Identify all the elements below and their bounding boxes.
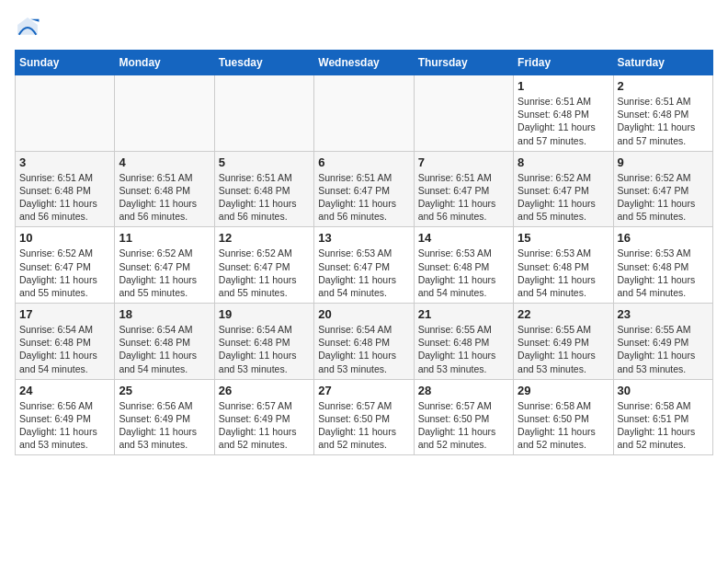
calendar-cell: 8Sunrise: 6:52 AM Sunset: 6:47 PM Daylig… [514, 151, 613, 227]
day-number: 1 [518, 79, 609, 93]
day-number: 4 [119, 155, 210, 169]
week-row-2: 3Sunrise: 6:51 AM Sunset: 6:48 PM Daylig… [16, 151, 713, 227]
week-row-4: 17Sunrise: 6:54 AM Sunset: 6:48 PM Dayli… [16, 304, 713, 380]
day-number: 27 [318, 384, 409, 397]
header-day-tuesday: Tuesday [214, 51, 313, 75]
day-info: Sunrise: 6:53 AM Sunset: 6:47 PM Dayligh… [318, 247, 409, 299]
day-info: Sunrise: 6:57 AM Sunset: 6:50 PM Dayligh… [318, 399, 409, 452]
calendar-cell: 15Sunrise: 6:53 AM Sunset: 6:48 PM Dayli… [514, 227, 613, 304]
calendar-cell: 23Sunrise: 6:55 AM Sunset: 6:49 PM Dayli… [613, 304, 712, 380]
calendar-cell: 4Sunrise: 6:51 AM Sunset: 6:48 PM Daylig… [115, 151, 214, 227]
day-info: Sunrise: 6:52 AM Sunset: 6:47 PM Dayligh… [219, 247, 310, 299]
day-number: 8 [518, 155, 609, 169]
calendar-cell [16, 75, 115, 152]
week-row-5: 24Sunrise: 6:56 AM Sunset: 6:49 PM Dayli… [16, 379, 713, 455]
calendar-cell: 11Sunrise: 6:52 AM Sunset: 6:47 PM Dayli… [115, 227, 214, 304]
day-info: Sunrise: 6:52 AM Sunset: 6:47 PM Dayligh… [518, 171, 609, 224]
day-info: Sunrise: 6:53 AM Sunset: 6:48 PM Dayligh… [418, 247, 509, 299]
calendar-cell: 12Sunrise: 6:52 AM Sunset: 6:47 PM Dayli… [214, 227, 313, 304]
day-info: Sunrise: 6:55 AM Sunset: 6:48 PM Dayligh… [418, 323, 509, 375]
day-info: Sunrise: 6:54 AM Sunset: 6:48 PM Dayligh… [19, 323, 110, 375]
header-row: SundayMondayTuesdayWednesdayThursdayFrid… [16, 51, 713, 75]
day-number: 17 [19, 307, 110, 321]
calendar-cell [214, 75, 313, 152]
day-number: 10 [19, 231, 110, 245]
calendar-cell: 24Sunrise: 6:56 AM Sunset: 6:49 PM Dayli… [16, 379, 115, 455]
calendar-cell: 30Sunrise: 6:58 AM Sunset: 6:51 PM Dayli… [613, 379, 712, 455]
day-info: Sunrise: 6:52 AM Sunset: 6:47 PM Dayligh… [618, 171, 709, 224]
day-info: Sunrise: 6:55 AM Sunset: 6:49 PM Dayligh… [618, 323, 709, 375]
calendar-cell: 10Sunrise: 6:52 AM Sunset: 6:47 PM Dayli… [16, 227, 115, 304]
day-number: 29 [518, 384, 609, 397]
day-number: 7 [418, 155, 509, 169]
day-number: 25 [119, 384, 210, 397]
day-number: 19 [219, 307, 310, 321]
day-info: Sunrise: 6:55 AM Sunset: 6:49 PM Dayligh… [518, 323, 609, 375]
day-info: Sunrise: 6:51 AM Sunset: 6:48 PM Dayligh… [618, 95, 709, 147]
day-number: 21 [418, 307, 509, 321]
day-number: 22 [518, 307, 609, 321]
page-header [15, 15, 713, 40]
calendar-cell: 14Sunrise: 6:53 AM Sunset: 6:48 PM Dayli… [414, 227, 513, 304]
header-day-friday: Friday [514, 51, 613, 75]
day-number: 23 [618, 307, 709, 321]
week-row-3: 10Sunrise: 6:52 AM Sunset: 6:47 PM Dayli… [16, 227, 713, 304]
day-number: 15 [518, 231, 609, 245]
day-info: Sunrise: 6:54 AM Sunset: 6:48 PM Dayligh… [219, 323, 310, 375]
day-info: Sunrise: 6:56 AM Sunset: 6:49 PM Dayligh… [119, 399, 210, 452]
calendar-cell: 21Sunrise: 6:55 AM Sunset: 6:48 PM Dayli… [414, 304, 513, 380]
header-day-monday: Monday [115, 51, 214, 75]
day-number: 11 [119, 231, 210, 245]
day-info: Sunrise: 6:58 AM Sunset: 6:50 PM Dayligh… [518, 399, 609, 452]
day-info: Sunrise: 6:51 AM Sunset: 6:48 PM Dayligh… [119, 171, 210, 224]
generalblue-logo-icon [15, 15, 40, 40]
day-info: Sunrise: 6:51 AM Sunset: 6:48 PM Dayligh… [19, 171, 110, 224]
calendar-cell: 22Sunrise: 6:55 AM Sunset: 6:49 PM Dayli… [514, 304, 613, 380]
day-number: 12 [219, 231, 310, 245]
week-row-1: 1Sunrise: 6:51 AM Sunset: 6:48 PM Daylig… [16, 75, 713, 152]
day-number: 2 [618, 79, 709, 93]
calendar-cell: 26Sunrise: 6:57 AM Sunset: 6:49 PM Dayli… [214, 379, 313, 455]
day-info: Sunrise: 6:53 AM Sunset: 6:48 PM Dayligh… [618, 247, 709, 299]
day-number: 14 [418, 231, 509, 245]
header-day-wednesday: Wednesday [314, 51, 414, 75]
calendar-cell: 20Sunrise: 6:54 AM Sunset: 6:48 PM Dayli… [314, 304, 414, 380]
day-info: Sunrise: 6:52 AM Sunset: 6:47 PM Dayligh… [119, 247, 210, 299]
calendar-body: 1Sunrise: 6:51 AM Sunset: 6:48 PM Daylig… [16, 75, 713, 455]
calendar-cell: 29Sunrise: 6:58 AM Sunset: 6:50 PM Dayli… [514, 379, 613, 455]
calendar-cell: 27Sunrise: 6:57 AM Sunset: 6:50 PM Dayli… [314, 379, 414, 455]
calendar-cell: 19Sunrise: 6:54 AM Sunset: 6:48 PM Dayli… [214, 304, 313, 380]
calendar-cell: 13Sunrise: 6:53 AM Sunset: 6:47 PM Dayli… [314, 227, 414, 304]
day-info: Sunrise: 6:54 AM Sunset: 6:48 PM Dayligh… [119, 323, 210, 375]
day-info: Sunrise: 6:51 AM Sunset: 6:48 PM Dayligh… [518, 95, 609, 147]
calendar-cell: 17Sunrise: 6:54 AM Sunset: 6:48 PM Dayli… [16, 304, 115, 380]
day-info: Sunrise: 6:58 AM Sunset: 6:51 PM Dayligh… [618, 399, 709, 452]
day-info: Sunrise: 6:56 AM Sunset: 6:49 PM Dayligh… [19, 399, 110, 452]
calendar-cell [314, 75, 414, 152]
day-info: Sunrise: 6:54 AM Sunset: 6:48 PM Dayligh… [318, 323, 409, 375]
day-number: 24 [19, 384, 110, 397]
day-number: 3 [19, 155, 110, 169]
calendar-cell: 7Sunrise: 6:51 AM Sunset: 6:47 PM Daylig… [414, 151, 513, 227]
calendar-cell: 16Sunrise: 6:53 AM Sunset: 6:48 PM Dayli… [613, 227, 712, 304]
day-number: 26 [219, 384, 310, 397]
calendar-header: SundayMondayTuesdayWednesdayThursdayFrid… [16, 51, 713, 75]
day-number: 5 [219, 155, 310, 169]
day-info: Sunrise: 6:52 AM Sunset: 6:47 PM Dayligh… [19, 247, 110, 299]
day-number: 13 [318, 231, 409, 245]
day-info: Sunrise: 6:51 AM Sunset: 6:47 PM Dayligh… [418, 171, 509, 224]
day-info: Sunrise: 6:57 AM Sunset: 6:49 PM Dayligh… [219, 399, 310, 452]
calendar-cell [414, 75, 513, 152]
day-number: 30 [618, 384, 709, 397]
day-number: 6 [318, 155, 409, 169]
logo [15, 15, 44, 40]
day-number: 28 [418, 384, 509, 397]
header-day-sunday: Sunday [16, 51, 115, 75]
day-number: 16 [618, 231, 709, 245]
calendar-cell: 28Sunrise: 6:57 AM Sunset: 6:50 PM Dayli… [414, 379, 513, 455]
calendar-cell: 1Sunrise: 6:51 AM Sunset: 6:48 PM Daylig… [514, 75, 613, 152]
calendar-table: SundayMondayTuesdayWednesdayThursdayFrid… [15, 50, 713, 455]
calendar-cell: 5Sunrise: 6:51 AM Sunset: 6:48 PM Daylig… [214, 151, 313, 227]
calendar-cell: 9Sunrise: 6:52 AM Sunset: 6:47 PM Daylig… [613, 151, 712, 227]
header-day-saturday: Saturday [613, 51, 712, 75]
